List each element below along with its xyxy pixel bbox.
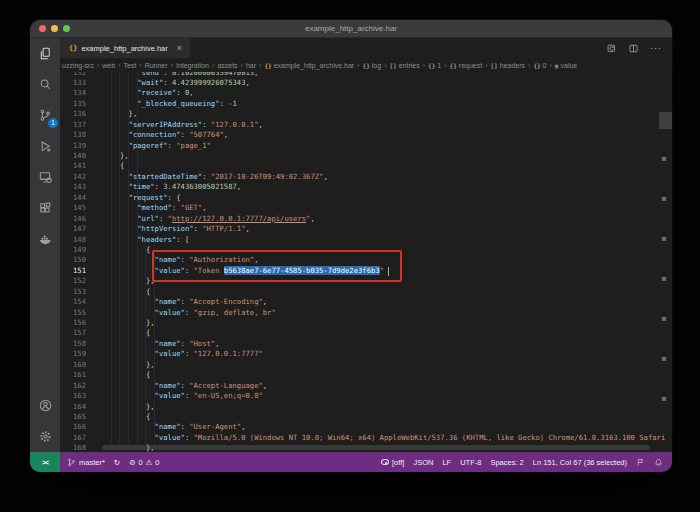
tab-example-http-archive[interactable]: {} example_http_archive.har × bbox=[60, 38, 190, 58]
notifications-item[interactable] bbox=[654, 458, 663, 467]
code-text: { bbox=[94, 412, 150, 422]
code-text: "headers": [ bbox=[94, 235, 189, 245]
tab-label: example_http_archive.har bbox=[81, 44, 167, 53]
code-text: }, bbox=[94, 151, 129, 161]
code-line: 155 "value": "gzip, deflate, br" bbox=[60, 308, 672, 318]
code-line: 160 }, bbox=[60, 360, 672, 370]
breadcrumb-item-entries[interactable]: []entries bbox=[389, 62, 419, 69]
extensions-icon[interactable] bbox=[30, 193, 60, 224]
minimize-window-button[interactable] bbox=[51, 25, 58, 32]
remote-explorer-icon[interactable] bbox=[30, 162, 60, 193]
source-control-icon[interactable]: 1 bbox=[30, 100, 60, 131]
brackets-symbol-icon: [] bbox=[389, 62, 396, 69]
errors-count: 0 bbox=[138, 458, 142, 467]
code-text: }, bbox=[94, 109, 137, 119]
braces-symbol-icon: {} bbox=[428, 62, 435, 69]
status-lf[interactable]: LF bbox=[442, 458, 451, 467]
line-number: 149 bbox=[60, 245, 94, 255]
code-line: 154 "name": "Accept-Encoding", bbox=[60, 297, 672, 307]
overview-ruler-mark bbox=[662, 357, 666, 361]
problems-item[interactable]: ⊘ 0 ⚠ 0 bbox=[129, 458, 159, 467]
title-bar[interactable]: example_http_archive.har bbox=[30, 20, 672, 38]
code-line: 133 "wait": 4.423999926075343, bbox=[60, 78, 672, 88]
braces-symbol-icon: {} bbox=[363, 62, 370, 69]
breadcrumb-item-web[interactable]: web bbox=[102, 62, 115, 69]
line-number: 167 bbox=[60, 433, 94, 443]
breadcrumb-item-assets[interactable]: assets bbox=[217, 62, 237, 69]
code-line: 148 "headers": [ bbox=[60, 235, 672, 245]
breadcrumb-item-runner[interactable]: Runner bbox=[145, 62, 168, 69]
open-changes-icon[interactable] bbox=[606, 43, 617, 54]
explorer-icon[interactable] bbox=[30, 38, 60, 69]
breadcrumb-label: 0 bbox=[543, 62, 547, 69]
line-number: 154 bbox=[60, 297, 94, 307]
remote-indicator[interactable]: >< bbox=[30, 452, 60, 472]
vertical-scrollbar-thumb[interactable] bbox=[659, 112, 672, 129]
breadcrumb-label: har bbox=[246, 62, 256, 69]
code-line: 142 "startedDateTime": "2017-10-26T09:49… bbox=[60, 172, 672, 182]
breadcrumb-item-value[interactable]: ▣value bbox=[555, 62, 577, 69]
code-text: }, bbox=[94, 360, 155, 370]
code-line: 159 "value": "127.0.0.1:7777" bbox=[60, 349, 672, 359]
code-text: { bbox=[94, 245, 150, 255]
status--off-[interactable]: [off] bbox=[381, 458, 404, 467]
code-line: 137 "serverIPAddress": "127.0.0.1", bbox=[60, 120, 672, 130]
code-text: "name": "Host", bbox=[94, 339, 220, 349]
code-line: 158 "name": "Host", bbox=[60, 339, 672, 349]
breadcrumb-separator: › bbox=[139, 62, 141, 69]
split-editor-icon[interactable] bbox=[628, 43, 639, 54]
more-actions-icon[interactable]: ··· bbox=[650, 46, 662, 50]
status-ln-151-col-67-36-selected-[interactable]: Ln 151, Col 67 (36 selected) bbox=[533, 458, 627, 467]
eye-icon bbox=[381, 459, 389, 465]
breadcrumb-item-uzzing-src[interactable]: uzzing-src bbox=[62, 62, 94, 69]
zoom-window-button[interactable] bbox=[63, 25, 70, 32]
code-line: 134 "receive": 0, bbox=[60, 88, 672, 98]
warnings-count: 0 bbox=[155, 458, 159, 467]
line-number: 162 bbox=[60, 381, 94, 391]
tab-close-icon[interactable]: × bbox=[177, 43, 182, 53]
breadcrumb-item-1[interactable]: {}1 bbox=[428, 62, 441, 69]
code-text: { bbox=[94, 328, 150, 338]
breadcrumb-item-example-http-archive-har[interactable]: {}example_http_archive.har bbox=[264, 62, 354, 69]
line-number: 155 bbox=[60, 308, 94, 318]
overview-ruler-mark bbox=[662, 197, 666, 201]
status-json[interactable]: JSON bbox=[413, 458, 433, 467]
line-number: 151 bbox=[60, 266, 94, 276]
docker-icon[interactable] bbox=[30, 224, 60, 255]
line-number: 141 bbox=[60, 161, 94, 171]
search-icon[interactable] bbox=[30, 69, 60, 100]
breadcrumb-item-log[interactable]: {}log bbox=[363, 62, 382, 69]
breadcrumb-item-test[interactable]: Test bbox=[123, 62, 136, 69]
sync-icon[interactable]: ↻ bbox=[114, 458, 120, 467]
code-line: 152 }, bbox=[60, 276, 672, 286]
breadcrumb-item-integration[interactable]: Integration bbox=[176, 62, 209, 69]
code-text: "wait": 4.423999926075343, bbox=[94, 78, 250, 88]
horizontal-scrollbar-thumb[interactable] bbox=[102, 445, 650, 450]
breadcrumb-item-request[interactable]: {}request bbox=[450, 62, 483, 69]
git-branch-item[interactable]: master* bbox=[67, 458, 105, 467]
breadcrumb-item-har[interactable]: har bbox=[246, 62, 256, 69]
breadcrumb-separator: › bbox=[259, 62, 261, 69]
breadcrumb-item-headers[interactable]: []headers bbox=[491, 62, 526, 69]
line-number: 143 bbox=[60, 182, 94, 192]
code-editor[interactable]: 132 "send": 0.10200000359470013,133 "wai… bbox=[60, 72, 672, 452]
status-utf-8[interactable]: UTF-8 bbox=[460, 458, 481, 467]
code-line: 164 }, bbox=[60, 402, 672, 412]
run-and-debug-icon[interactable] bbox=[30, 131, 60, 162]
accounts-icon[interactable] bbox=[30, 390, 60, 421]
overview-ruler-mark bbox=[662, 317, 666, 321]
status-spaces-2[interactable]: Spaces: 2 bbox=[490, 458, 523, 467]
line-number: 157 bbox=[60, 328, 94, 338]
breadcrumb-item-0[interactable]: {}0 bbox=[533, 62, 546, 69]
settings-gear-icon[interactable] bbox=[30, 421, 60, 452]
feedback-item[interactable] bbox=[636, 458, 645, 467]
line-number: 135 bbox=[60, 99, 94, 109]
breadcrumb-separator: › bbox=[241, 62, 243, 69]
close-window-button[interactable] bbox=[39, 25, 46, 32]
code-line: 166 "name": "User-Agent", bbox=[60, 422, 672, 432]
line-number: 138 bbox=[60, 130, 94, 140]
line-number: 147 bbox=[60, 224, 94, 234]
code-text: }, bbox=[94, 318, 155, 328]
breadcrumb-label: example_http_archive.har bbox=[274, 62, 355, 69]
breadcrumb: uzzing-src›web›Test›Runner›Integration›a… bbox=[60, 58, 672, 72]
